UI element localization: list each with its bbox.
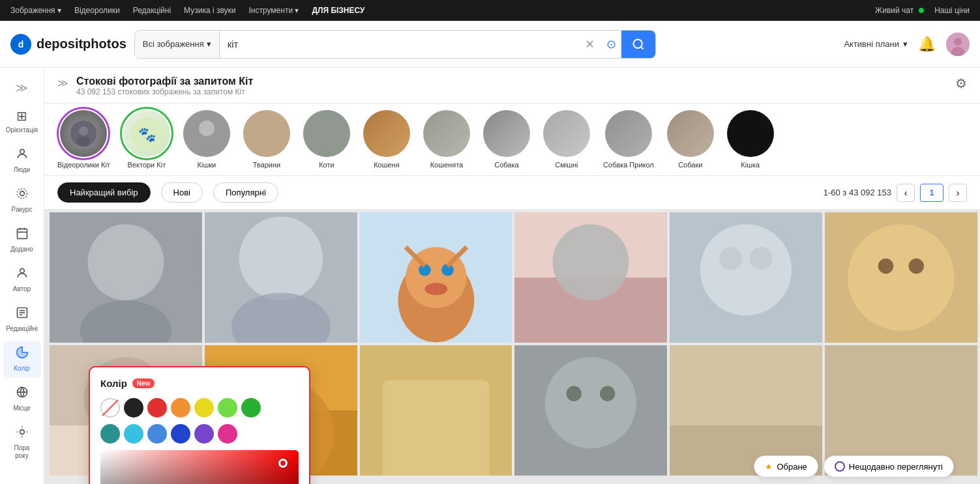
teal-swatch[interactable] (100, 424, 120, 444)
svg-point-0 (633, 39, 642, 48)
notification-bell-icon[interactable]: 🔔 (918, 36, 936, 53)
svg-rect-61 (383, 380, 490, 476)
table-row[interactable] (360, 345, 512, 476)
sidebar-label-color: Колір (14, 365, 30, 373)
category-item-vectors[interactable]: 🐾 Вектори Кіт (123, 110, 170, 169)
category-item-animals[interactable]: Тварини (243, 110, 290, 169)
category-item-koty[interactable]: Коти (303, 110, 350, 169)
author-icon (16, 266, 29, 283)
menu-business[interactable]: ДЛЯ БІЗНЕСУ (312, 6, 364, 15)
logo-icon: d (10, 34, 31, 55)
user-avatar[interactable] (946, 33, 970, 56)
sidebar-label-people: Люди (14, 166, 30, 174)
menu-videos[interactable]: Відеоролики (74, 6, 120, 15)
color-swatches-row1 (100, 398, 299, 418)
category-circle-dogs (667, 110, 714, 157)
category-label-kitten: Кошеня (374, 161, 400, 169)
category-item-kitten[interactable]: Кошеня (363, 110, 410, 169)
sidebar-item-added[interactable]: Додано (3, 221, 41, 259)
menu-music[interactable]: Музика і звуки (184, 6, 235, 15)
orange-swatch[interactable] (171, 398, 190, 418)
svg-rect-67 (670, 345, 822, 425)
green-swatch[interactable] (241, 398, 261, 418)
menu-tools[interactable]: Інструменти ▾ (249, 6, 299, 15)
color-picker-cursor[interactable] (278, 459, 288, 468)
sidebar-item-editorial[interactable]: Редакційні (3, 301, 41, 338)
search-button[interactable] (621, 30, 655, 59)
category-item-videos[interactable]: Відеоролики Кіт (57, 110, 110, 169)
category-item-dogs[interactable]: Собаки (667, 110, 714, 169)
table-row[interactable] (514, 345, 667, 476)
menu-editorial[interactable]: Редакційні (133, 6, 171, 15)
sidebar-label-place: Місце (13, 405, 31, 412)
pagination: 1-60 з 43 092 153 ‹ 1 › (824, 184, 967, 202)
category-label-dog: Собака (494, 161, 518, 169)
table-row[interactable] (50, 212, 202, 343)
table-row[interactable] (205, 212, 357, 343)
svg-text:🐾: 🐾 (138, 126, 156, 143)
filter-best-choice[interactable]: Найкращий вибір (57, 182, 151, 203)
sidebar-item-people[interactable]: Люди (3, 142, 41, 179)
search-input[interactable] (220, 38, 578, 50)
svg-point-50 (878, 259, 893, 274)
svg-point-5 (20, 192, 24, 196)
filter-new[interactable]: Нові (161, 182, 203, 203)
settings-icon[interactable]: ⚙ (955, 76, 967, 91)
clear-search-button[interactable]: ✕ (578, 37, 601, 51)
search-filter-dropdown[interactable]: Всі зображення ▾ (135, 31, 220, 58)
pricing-link[interactable]: Наші ціни (934, 6, 970, 15)
live-chat-link[interactable]: Живий чат (875, 6, 924, 15)
category-circle-funny (543, 110, 590, 157)
star-icon: ★ (765, 462, 773, 472)
red-swatch[interactable] (147, 398, 167, 418)
favorite-button[interactable]: ★ Обране (754, 455, 818, 477)
table-row[interactable] (670, 212, 822, 343)
sidebar-item-orientation[interactable]: ⊞ Орієнтація (3, 103, 41, 139)
svg-point-4 (20, 149, 24, 154)
menu-images[interactable]: Зображення ▾ (10, 6, 61, 15)
similar-search-icon[interactable]: ⊙ (601, 37, 621, 51)
light-green-swatch[interactable] (218, 398, 237, 418)
sidebar-label-author: Автор (13, 285, 31, 293)
blue-swatch[interactable] (147, 424, 167, 444)
breadcrumb-expand-icon[interactable]: ≫ (57, 77, 68, 89)
dark-blue-swatch[interactable] (171, 424, 190, 444)
category-item-funny[interactable]: Смішні (543, 110, 590, 169)
svg-rect-7 (17, 229, 27, 238)
sidebar-item-color[interactable]: Колір (3, 341, 41, 378)
filter-popular[interactable]: Популярні (213, 182, 278, 203)
category-circle-black-cat (727, 110, 774, 157)
sidebar-item-pov[interactable]: Ракурс (3, 182, 41, 219)
sidebar-label-pov: Ракурс (12, 206, 33, 214)
editorial-icon (16, 306, 29, 322)
sidebar-item-place[interactable]: Місце (3, 380, 41, 418)
recently-viewed-button[interactable]: Нещодавно переглянуті (824, 455, 954, 477)
sidebar-item-author[interactable]: Автор (3, 261, 41, 298)
table-row[interactable] (825, 212, 977, 343)
black-swatch[interactable] (124, 398, 143, 418)
svg-point-2 (954, 38, 962, 46)
purple-swatch[interactable] (194, 424, 214, 444)
sidebar-expand-button[interactable]: ≫ (10, 76, 33, 100)
table-row[interactable] (514, 212, 667, 343)
category-item-dog-funny[interactable]: Собака Прикол (603, 110, 654, 169)
category-item-dog[interactable]: Собака (483, 110, 530, 169)
yellow-swatch[interactable] (194, 398, 214, 418)
category-item-kittens[interactable]: Кошенята (423, 110, 470, 169)
no-color-swatch[interactable] (100, 398, 120, 418)
pink-swatch[interactable] (218, 424, 237, 444)
table-row[interactable] (360, 212, 512, 343)
category-circle-koty (303, 110, 350, 157)
logo[interactable]: d depositphotos (10, 34, 126, 55)
orientation-icon: ⊞ (16, 108, 27, 124)
category-item-cats[interactable]: Кішки (183, 110, 230, 169)
prev-page-button[interactable]: ‹ (897, 184, 915, 202)
search-svg-icon (632, 38, 645, 51)
category-item-black-cat[interactable]: Кішка (727, 110, 774, 169)
sidebar-item-season[interactable]: Пора року (3, 420, 41, 465)
next-page-button[interactable]: › (949, 184, 967, 202)
color-picker-gradient-area[interactable] (100, 450, 299, 484)
cyan-swatch[interactable] (124, 424, 143, 444)
image-grid-area: Колір New (44, 210, 980, 484)
active-plans-dropdown[interactable]: Активні плани ▾ (844, 39, 908, 49)
